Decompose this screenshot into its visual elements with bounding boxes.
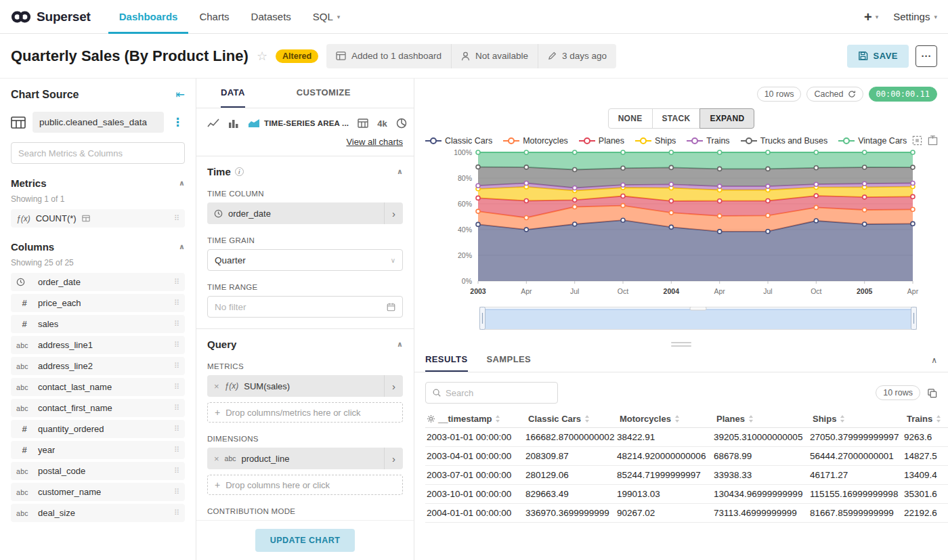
stacked-area-chart[interactable]: 0%20%40%60%80%100%2003AprJulOct2004AprJu… [425,147,936,299]
nav-item-charts[interactable]: Charts [188,0,240,34]
column-item-deal_size[interactable]: abcdeal_size⠿ [11,504,185,522]
results-table-wrap[interactable]: __timestampClassic CarsMotorcyclesPlanes… [425,410,948,560]
legend-item-vintage-cars[interactable]: Vintage Cars [838,136,907,146]
caret-right-icon[interactable]: › [384,375,403,397]
drag-handle-icon[interactable]: ⠿ [174,446,179,454]
settings-menu[interactable]: Settings ▾ [893,11,937,22]
altered-badge[interactable]: Altered [276,49,318,63]
favorite-star-icon[interactable]: ☆ [257,49,267,64]
new-button[interactable]: + ▾ [864,10,878,24]
legend-item-motorcycles[interactable]: Motorcycles [503,136,568,146]
nav-item-dashboards[interactable]: Dashboards [108,0,189,34]
column-item-customer_name[interactable]: abccustomer_name⠿ [11,483,185,501]
refresh-icon[interactable] [848,90,856,98]
dataset-options-icon[interactable]: ⋮ [171,115,185,129]
legend-item-planes[interactable]: Planes [579,136,624,146]
dimension-control[interactable]: × abc product_line › [207,448,403,469]
dashboards-attached[interactable]: Added to 1 dashboard [326,44,451,68]
time-column-control[interactable]: order_date › [207,202,403,224]
metrics-columns-search-input[interactable] [11,142,185,164]
tab-customize[interactable]: CUSTOMIZE [297,79,351,108]
chevron-up-icon[interactable]: ∧ [397,340,403,349]
drag-handle-icon[interactable]: ⠿ [174,488,179,496]
column-header-classic-cars[interactable]: Classic Cars [524,410,616,428]
viz-type-selected[interactable]: TIME-SERIES AREA ... [248,119,349,128]
tab-results[interactable]: RESULTS [425,348,468,372]
zoom-reset-icon[interactable] [928,135,938,146]
nav-item-sql[interactable]: SQL▾ [302,0,351,34]
drag-handle-icon[interactable]: ⠿ [174,425,179,433]
drag-handle-icon[interactable]: ⠿ [174,509,179,517]
column-header-trains[interactable]: Trains [903,410,948,428]
column-header-motorcycles[interactable]: Motorcycles [616,410,712,428]
stack-mode-expand-button[interactable]: EXPAND [699,108,754,129]
drag-handle-icon[interactable]: ⠿ [174,278,179,286]
drag-handle-icon[interactable]: ⠿ [174,383,179,391]
chevron-up-icon[interactable]: ∧ [397,167,403,176]
column-item-address_line1[interactable]: abcaddress_line1⠿ [11,336,185,354]
results-search-input[interactable] [446,388,551,398]
collapse-panel-icon[interactable]: ⇤ [176,88,185,101]
column-item-contact_first_name[interactable]: abccontact_first_name⠿ [11,399,185,417]
close-icon[interactable]: × [214,381,219,391]
chevron-up-icon[interactable]: ∧ [179,242,185,251]
pie-chart-icon[interactable] [396,118,407,129]
dimensions-dropzone[interactable]: + Drop columns here or click [207,475,403,495]
line-chart-icon[interactable] [207,119,219,128]
tab-samples[interactable]: SAMPLES [487,348,532,372]
tab-data[interactable]: DATA [221,79,245,108]
legend-item-trains[interactable]: Trains [687,136,729,146]
column-item-postal_code[interactable]: abcpostal_code⠿ [11,462,185,480]
chevron-up-icon[interactable]: ∧ [179,179,185,188]
drag-handle-icon[interactable]: ⠿ [174,362,179,370]
caret-right-icon[interactable]: › [384,202,403,224]
column-item-price_each[interactable]: #price_each⠿ [11,294,185,312]
bar-chart-icon[interactable] [228,119,239,128]
column-item-quantity_ordered[interactable]: #quantity_ordered⠿ [11,420,185,438]
stack-mode-stack-button[interactable]: STACK [652,108,701,129]
nav-item-datasets[interactable]: Datasets [240,0,302,34]
panel-resize-handle[interactable] [671,342,691,347]
superset-logo[interactable]: Superset [11,9,91,24]
save-button[interactable]: SAVE [847,45,909,68]
legend-item-classic-cars[interactable]: Classic Cars [425,136,492,146]
table-viz-icon[interactable] [358,119,368,128]
copy-icon[interactable] [927,388,937,398]
metric-item-count[interactable]: ƒ(x) COUNT(*) ⠿ [11,209,185,228]
legend-item-trucks-and-buses[interactable]: Trucks and Buses [741,136,828,146]
column-item-address_line2[interactable]: abcaddress_line2⠿ [11,357,185,375]
close-icon[interactable]: × [214,454,219,464]
drag-handle-icon[interactable]: ⠿ [174,404,179,412]
update-chart-button[interactable]: UPDATE CHART [255,529,356,552]
time-range-input[interactable]: No filter [207,296,403,318]
stack-mode-none-button[interactable]: NONE [608,108,653,129]
row-count-badge[interactable]: 10 rows [757,87,802,102]
zoom-select-icon[interactable] [912,135,922,146]
dataset-name[interactable]: public.cleaned_sales_data [33,112,164,133]
availability-status[interactable]: Not available [451,44,538,68]
column-item-sales[interactable]: #sales⠿ [11,315,185,333]
more-options-button[interactable]: ··· [915,45,937,67]
legend-item-ships[interactable]: Ships [635,136,676,146]
cached-badge[interactable]: Cached [806,87,863,102]
drag-handle-icon[interactable]: ⠿ [174,299,179,307]
column-item-year[interactable]: #year⠿ [11,441,185,459]
big-number-viz-icon[interactable]: 4k [377,119,387,129]
drag-handle-icon[interactable]: ⠿ [174,341,179,349]
chart-range-brush[interactable] [479,307,917,330]
metric-control[interactable]: × ƒ(x) SUM(sales) › [207,375,403,397]
drag-handle-icon[interactable]: ⠿ [174,467,179,475]
metrics-dropzone[interactable]: + Drop columns/metrics here or click [207,402,403,423]
caret-right-icon[interactable]: › [384,448,403,469]
drag-handle-icon[interactable]: ⠿ [174,320,179,328]
column-item-order_date[interactable]: order_date⠿ [11,273,185,291]
drag-handle-icon[interactable]: ⠿ [174,214,179,223]
column-header-ships[interactable]: Ships [809,410,903,428]
last-modified[interactable]: 3 days ago [538,44,616,68]
column-header-planes[interactable]: Planes [712,410,809,428]
collapse-results-icon[interactable]: ∧ [931,356,937,365]
column-item-contact_last_name[interactable]: abccontact_last_name⠿ [11,378,185,396]
time-grain-select[interactable]: Quarter ∨ [207,249,403,271]
view-all-charts-link[interactable]: View all charts [346,137,403,147]
column-header-__timestamp[interactable]: __timestamp [425,410,524,428]
